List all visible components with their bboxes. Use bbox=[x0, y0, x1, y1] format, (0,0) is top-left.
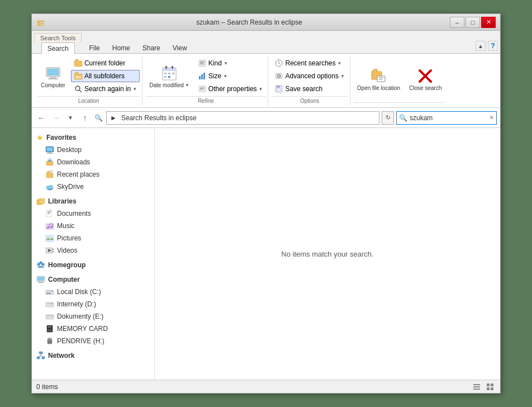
svg-rect-48 bbox=[48, 152, 51, 153]
search-box[interactable]: 🔍 ✕ bbox=[396, 111, 497, 125]
sidebar-item-videos[interactable]: Videos bbox=[32, 244, 154, 257]
ribbon-btn-recent-searches[interactable]: Recent searches ▼ bbox=[272, 57, 347, 69]
sidebar-item-downloads[interactable]: Downloads bbox=[32, 156, 154, 168]
recent-searches-arrow: ▼ bbox=[338, 61, 342, 66]
maximize-button[interactable]: □ bbox=[466, 17, 480, 28]
svg-rect-76 bbox=[53, 251, 54, 252]
sidebar-section-network-header[interactable]: Network bbox=[32, 349, 154, 362]
sidebar-section-libraries: Libraries Documents bbox=[32, 195, 154, 257]
sidebar-item-downloads-label: Downloads bbox=[57, 158, 90, 166]
search-again-icon bbox=[74, 84, 83, 93]
svg-rect-47 bbox=[47, 148, 53, 151]
sidebar-section-favorites-header[interactable]: ★ Favorites bbox=[32, 131, 154, 144]
tab-view[interactable]: View bbox=[167, 42, 193, 53]
sidebar-section-libraries-header[interactable]: Libraries bbox=[32, 195, 154, 207]
ribbon: Computer Current folder bbox=[32, 54, 500, 108]
ribbon-btn-date-modified[interactable]: Date modified ▼ bbox=[146, 62, 193, 91]
svg-point-69 bbox=[50, 226, 53, 228]
large-icons-view-button[interactable] bbox=[484, 382, 496, 392]
sidebar-item-skydrive[interactable]: SkyDrive bbox=[32, 181, 154, 193]
recent-places-icon bbox=[45, 170, 54, 179]
internety-d-icon bbox=[45, 300, 54, 309]
svg-point-90 bbox=[51, 303, 53, 304]
svg-rect-87 bbox=[46, 293, 51, 294]
location-group-label: Location bbox=[37, 96, 140, 104]
ribbon-group-open-close: Open file location Close search bbox=[352, 56, 448, 105]
documents-icon bbox=[45, 209, 54, 218]
sidebar-item-dokumenty-e[interactable]: Dokumenty (E:) bbox=[32, 310, 154, 323]
back-button[interactable]: ← bbox=[35, 112, 48, 124]
sidebar-item-internety-d[interactable]: Internety (D:) bbox=[32, 298, 154, 310]
refresh-button[interactable]: ↻ bbox=[382, 111, 394, 125]
kind-arrow: ▼ bbox=[224, 61, 228, 66]
close-button[interactable]: ✕ bbox=[481, 17, 496, 28]
sidebar-item-pictures[interactable]: Pictures bbox=[32, 232, 154, 244]
sidebar-item-documents[interactable]: Documents bbox=[32, 207, 154, 220]
sidebar-item-pendrive-h[interactable]: PENDRIVE (H:) bbox=[32, 335, 154, 347]
open-close-group-label bbox=[354, 102, 445, 104]
other-props-label: Other properties bbox=[208, 85, 257, 93]
tab-file[interactable]: File bbox=[83, 42, 106, 53]
memory-card-icon bbox=[45, 324, 54, 333]
sidebar-section-homegroup-header[interactable]: Homegroup bbox=[32, 259, 154, 271]
ribbon-btn-save-search[interactable]: Save search bbox=[272, 83, 347, 95]
ribbon-btn-other-props[interactable]: Other properties ▼ bbox=[195, 83, 266, 95]
svg-rect-101 bbox=[48, 342, 51, 342]
save-search-label: Save search bbox=[285, 85, 322, 93]
ribbon-btn-kind[interactable]: Kind ▼ bbox=[195, 57, 266, 69]
sidebar-item-desktop-label: Desktop bbox=[57, 146, 82, 154]
ribbon-btn-close-search[interactable]: Close search bbox=[406, 65, 445, 93]
other-props-arrow: ▼ bbox=[259, 87, 263, 92]
sidebar-item-recent-places[interactable]: Recent places bbox=[32, 168, 154, 181]
tab-share[interactable]: Share bbox=[136, 42, 167, 53]
svg-point-54 bbox=[51, 171, 52, 172]
sidebar-item-memory-card[interactable]: MEMORY CARD bbox=[32, 323, 154, 335]
sidebar-item-music[interactable]: Music bbox=[32, 220, 154, 232]
sidebar-item-desktop[interactable]: Desktop bbox=[32, 144, 154, 156]
tab-home[interactable]: Home bbox=[106, 42, 136, 53]
recent-locations-button[interactable]: ▼ bbox=[64, 112, 77, 124]
collapse-ribbon-button[interactable]: ▲ bbox=[476, 41, 486, 51]
svg-rect-64 bbox=[48, 214, 49, 214]
open-file-location-label: Open file location bbox=[357, 85, 400, 91]
sidebar-item-internety-d-label: Internety (D:) bbox=[57, 300, 96, 308]
favorites-label: Favorites bbox=[46, 134, 76, 141]
help-button[interactable]: ? bbox=[488, 41, 498, 51]
ribbon-btn-all-subfolders[interactable]: All subfolders bbox=[71, 70, 140, 82]
favorites-star-icon: ★ bbox=[36, 133, 44, 142]
search-clear-button[interactable]: ✕ bbox=[489, 114, 494, 121]
ribbon-content: Computer Current folder bbox=[32, 54, 500, 107]
svg-rect-4 bbox=[48, 69, 59, 75]
sidebar-item-music-label: Music bbox=[57, 222, 74, 230]
ribbon-btn-search-again[interactable]: Search again in ▼ bbox=[71, 83, 140, 95]
svg-rect-100 bbox=[49, 338, 51, 339]
sidebar-section-computer-header[interactable]: Computer bbox=[32, 273, 154, 286]
address-path[interactable]: ► Search Results in eclipse bbox=[106, 111, 379, 125]
svg-rect-60 bbox=[37, 200, 42, 201]
svg-rect-111 bbox=[487, 384, 490, 386]
details-view-icon bbox=[473, 383, 481, 391]
up-button[interactable]: ↑ bbox=[79, 112, 91, 124]
minimize-button[interactable]: – bbox=[450, 17, 464, 28]
tab-search[interactable]: Search bbox=[41, 42, 75, 54]
sidebar-item-local-disk-c-label: Local Disk (C:) bbox=[57, 288, 101, 296]
svg-rect-23 bbox=[200, 63, 203, 63]
ribbon-btn-open-file-location[interactable]: Open file location bbox=[354, 65, 403, 93]
address-path-text: Search Results in eclipse bbox=[121, 114, 197, 122]
ribbon-btn-current-folder[interactable]: Current folder bbox=[71, 57, 140, 69]
svg-rect-104 bbox=[42, 357, 45, 359]
ribbon-btn-computer[interactable]: Computer bbox=[37, 62, 69, 91]
details-view-button[interactable] bbox=[471, 382, 482, 392]
sidebar-item-local-disk-c[interactable]: Local Disk (C:) bbox=[32, 286, 154, 298]
svg-rect-6 bbox=[48, 78, 58, 79]
location-col: Current folder All subfolders bbox=[71, 57, 140, 95]
sidebar-item-pictures-label: Pictures bbox=[57, 234, 81, 242]
svg-rect-25 bbox=[199, 76, 201, 79]
search-input[interactable] bbox=[410, 114, 487, 122]
sidebar-section-favorites: ★ Favorites Desktop bbox=[32, 131, 154, 193]
forward-button[interactable]: → bbox=[50, 112, 62, 124]
svg-rect-29 bbox=[200, 88, 205, 88]
music-icon bbox=[45, 221, 54, 230]
ribbon-btn-advanced-options[interactable]: Advanced options ▼ bbox=[272, 70, 347, 82]
ribbon-btn-size[interactable]: Size ▼ bbox=[195, 70, 266, 82]
